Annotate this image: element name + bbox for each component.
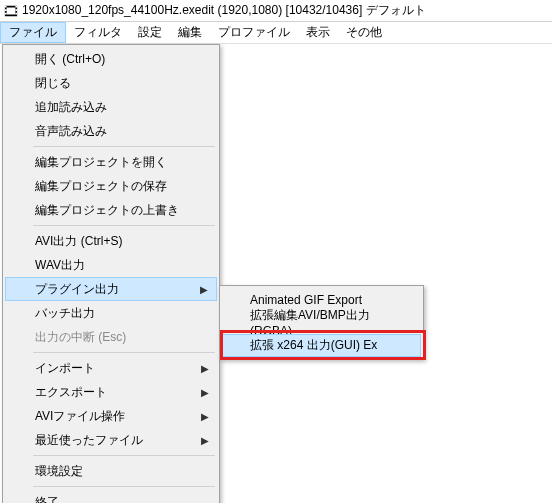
file-menu-plugin-out[interactable]: プラグイン出力 ▶ — [5, 277, 217, 301]
title-bar: 1920x1080_120fps_44100Hz.exedit (1920,10… — [0, 0, 552, 22]
file-menu-recent-files-label: 最近使ったファイル — [35, 432, 143, 449]
client-area: 開く (Ctrl+O) 閉じる 追加読み込み 音声読み込み 編集プロジェクトを開… — [0, 44, 552, 503]
menu-separator — [33, 146, 215, 147]
file-menu-recent-files[interactable]: 最近使ったファイル ▶ — [5, 428, 217, 452]
menu-separator — [33, 225, 215, 226]
menu-separator — [33, 486, 215, 487]
menu-bar: ファイル フィルタ 設定 編集 プロファイル 表示 その他 — [0, 22, 552, 44]
aviutl-icon — [4, 4, 18, 18]
menu-edit[interactable]: 編集 — [170, 22, 210, 43]
menu-setting[interactable]: 設定 — [130, 22, 170, 43]
file-menu-overwrite-proj[interactable]: 編集プロジェクトの上書き — [5, 198, 217, 222]
svg-rect-1 — [7, 7, 16, 14]
plugin-out-submenu: Animated GIF Export 拡張編集AVI/BMP出力 (RGBA)… — [219, 285, 424, 360]
menu-separator — [33, 352, 215, 353]
file-menu-plugin-out-label: プラグイン出力 — [35, 281, 119, 298]
chevron-right-icon: ▶ — [200, 284, 208, 295]
menu-filter[interactable]: フィルタ — [66, 22, 130, 43]
file-menu-dropdown: 開く (Ctrl+O) 閉じる 追加読み込み 音声読み込み 編集プロジェクトを開… — [2, 44, 220, 503]
window-title: 1920x1080_120fps_44100Hz.exedit (1920,10… — [22, 2, 426, 19]
svg-rect-2 — [5, 5, 7, 7]
file-menu-avi-file-ops[interactable]: AVIファイル操作 ▶ — [5, 404, 217, 428]
svg-rect-6 — [15, 9, 17, 11]
file-menu-save-project[interactable]: 編集プロジェクトの保存 — [5, 174, 217, 198]
submenu-x264-gui-ex[interactable]: 拡張 x264 出力(GUI) Ex — [222, 334, 421, 357]
file-menu-avi-file-ops-label: AVIファイル操作 — [35, 408, 125, 425]
file-menu-export[interactable]: エクスポート ▶ — [5, 380, 217, 404]
chevron-right-icon: ▶ — [201, 363, 209, 374]
file-menu-open-project[interactable]: 編集プロジェクトを開く — [5, 150, 217, 174]
chevron-right-icon: ▶ — [201, 411, 209, 422]
chevron-right-icon: ▶ — [201, 387, 209, 398]
svg-rect-7 — [15, 12, 17, 14]
chevron-right-icon: ▶ — [201, 435, 209, 446]
menu-file[interactable]: ファイル — [0, 22, 66, 43]
menu-other[interactable]: その他 — [338, 22, 390, 43]
svg-rect-4 — [5, 12, 7, 14]
submenu-ext-avi-bmp[interactable]: 拡張編集AVI/BMP出力 (RGBA) — [222, 311, 421, 334]
file-menu-import-label: インポート — [35, 360, 95, 377]
file-menu-abort-output: 出力の中断 (Esc) — [5, 325, 217, 349]
file-menu-avi-out[interactable]: AVI出力 (Ctrl+S) — [5, 229, 217, 253]
file-menu-append-read[interactable]: 追加読み込み — [5, 95, 217, 119]
file-menu-batch-out[interactable]: バッチ出力 — [5, 301, 217, 325]
file-menu-export-label: エクスポート — [35, 384, 107, 401]
svg-rect-5 — [15, 5, 17, 7]
menu-separator — [33, 455, 215, 456]
file-menu-exit[interactable]: 終了 — [5, 490, 217, 503]
file-menu-import[interactable]: インポート ▶ — [5, 356, 217, 380]
menu-profile[interactable]: プロファイル — [210, 22, 298, 43]
file-menu-close[interactable]: 閉じる — [5, 71, 217, 95]
file-menu-open[interactable]: 開く (Ctrl+O) — [5, 47, 217, 71]
file-menu-audio-read[interactable]: 音声読み込み — [5, 119, 217, 143]
file-menu-wav-out[interactable]: WAV出力 — [5, 253, 217, 277]
menu-view[interactable]: 表示 — [298, 22, 338, 43]
file-menu-env-settings[interactable]: 環境設定 — [5, 459, 217, 483]
svg-rect-3 — [5, 9, 7, 11]
